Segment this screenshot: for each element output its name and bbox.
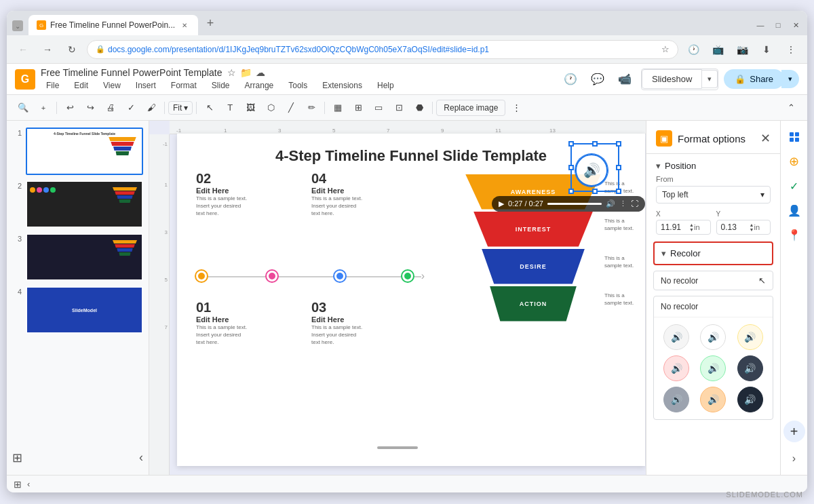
history-icon[interactable]: 🕐 bbox=[684, 40, 703, 59]
camera-icon[interactable]: 📷 bbox=[733, 40, 752, 59]
print-btn[interactable]: 🖨 bbox=[101, 98, 120, 117]
handle-br[interactable] bbox=[616, 189, 621, 194]
slideshow-dropdown-btn[interactable]: ▾ bbox=[702, 70, 718, 88]
y-up-btn[interactable]: ▲ bbox=[750, 222, 754, 227]
table-tool[interactable]: ▦ bbox=[328, 98, 347, 117]
handle-mr[interactable] bbox=[616, 165, 621, 170]
recolor-dropdown[interactable]: No recolor ↖ bbox=[653, 271, 773, 290]
download-icon[interactable]: ⬇ bbox=[757, 40, 776, 59]
menu-extensions[interactable]: Extensions bbox=[319, 79, 365, 92]
y-down-btn[interactable]: ▼ bbox=[750, 227, 754, 232]
zoom-out-btn[interactable]: 🔍 bbox=[14, 98, 33, 117]
handle-tl[interactable] bbox=[568, 141, 574, 147]
menu-help[interactable]: Help bbox=[374, 79, 397, 92]
line-tool[interactable]: ╱ bbox=[282, 98, 301, 117]
x-down-btn[interactable]: ▼ bbox=[689, 227, 694, 232]
slide-preview-1[interactable]: 4-Step Timeline Funnel Slide Template bbox=[26, 128, 143, 175]
audio-expand-icon[interactable]: ⛶ bbox=[631, 199, 638, 208]
grid-view-btn[interactable]: ⊞ bbox=[12, 450, 22, 465]
slide-preview-4[interactable]: SlideModel bbox=[26, 286, 143, 334]
refresh-btn[interactable]: ↻ bbox=[62, 40, 81, 59]
slide-preview-3[interactable] bbox=[26, 233, 143, 281]
layout-tool[interactable]: ⊞ bbox=[349, 98, 368, 117]
slide-thumb-4[interactable]: 4 SlideModel bbox=[12, 286, 143, 334]
menu-tools[interactable]: Tools bbox=[286, 79, 310, 92]
x-input[interactable] bbox=[661, 222, 688, 232]
slideshow-button[interactable]: Slideshow bbox=[642, 69, 702, 89]
slide-preview-2[interactable] bbox=[26, 180, 143, 228]
handle-bl[interactable] bbox=[568, 189, 574, 194]
handle-bm[interactable] bbox=[592, 189, 598, 194]
handle-ml[interactable] bbox=[568, 165, 574, 170]
share-dropdown-btn[interactable]: ▾ bbox=[781, 70, 799, 88]
text-tool[interactable]: T bbox=[220, 98, 239, 117]
prev-slide-btn[interactable]: ‹ bbox=[27, 479, 30, 489]
menu-slide[interactable]: Slide bbox=[209, 79, 233, 92]
menu-icon[interactable]: ⋮ bbox=[781, 40, 800, 59]
recolor-no-recolor-option[interactable]: No recolor bbox=[654, 296, 773, 317]
y-input[interactable] bbox=[721, 222, 748, 232]
menu-view[interactable]: View bbox=[100, 79, 123, 92]
rs-explore-btn[interactable] bbox=[783, 126, 805, 148]
slide-thumb-3[interactable]: 3 bbox=[12, 233, 143, 281]
recolor-item-yellow[interactable]: 🔊 bbox=[735, 324, 766, 350]
rs-notes-btn[interactable]: ⊕ bbox=[783, 151, 805, 172]
rs-add-btn[interactable]: + bbox=[783, 421, 805, 442]
crop-tool[interactable]: ⊡ bbox=[389, 98, 408, 117]
rs-contacts-btn[interactable]: 👤 bbox=[783, 199, 805, 221]
menu-format[interactable]: Format bbox=[168, 79, 199, 92]
zoom-selector[interactable]: Fit ▾ bbox=[168, 101, 193, 115]
undo-btn[interactable]: ↩ bbox=[60, 98, 79, 117]
bg-tool[interactable]: ▭ bbox=[369, 98, 388, 117]
format-close-btn[interactable]: ✕ bbox=[760, 131, 771, 146]
recolor-item-white[interactable]: 🔊 bbox=[697, 324, 729, 350]
select-tool[interactable]: ↖ bbox=[200, 98, 219, 117]
new-tab-btn[interactable]: + bbox=[201, 14, 220, 33]
bookmark-icon[interactable]: ☆ bbox=[661, 44, 670, 54]
recolor-section-header[interactable]: ▾ Recolor bbox=[655, 243, 772, 264]
audio-progress[interactable] bbox=[547, 203, 602, 205]
zoom-plus-btn[interactable]: + bbox=[34, 98, 53, 117]
slide-thumb-2[interactable]: 2 bbox=[12, 180, 143, 228]
address-input[interactable]: 🔒 docs.google.com/presentation/d/1IJKgJe… bbox=[87, 40, 678, 59]
recolor-item-original[interactable]: 🔊 bbox=[661, 324, 692, 350]
minimize-btn[interactable]: — bbox=[754, 19, 767, 31]
paint-format-btn[interactable]: 🖌 bbox=[142, 98, 161, 117]
audio-menu-icon[interactable]: ⋮ bbox=[619, 199, 627, 208]
volume-icon[interactable]: 🔊 bbox=[606, 199, 615, 208]
pen-tool[interactable]: ✏ bbox=[302, 98, 321, 117]
forward-btn[interactable]: → bbox=[38, 40, 57, 59]
share-button[interactable]: 🔒 Share bbox=[724, 69, 784, 89]
position-section-header[interactable]: ▾ Position bbox=[646, 154, 780, 175]
cast-icon[interactable]: 📺 bbox=[708, 40, 727, 59]
mask-tool[interactable]: ⬣ bbox=[410, 98, 429, 117]
spell-check-btn[interactable]: ✓ bbox=[121, 98, 140, 117]
recolor-item-charcoal[interactable]: 🔊 bbox=[735, 387, 766, 412]
tab-collapse-btn[interactable]: ⌄ bbox=[12, 20, 23, 31]
history-btn[interactable]: 🕐 bbox=[560, 69, 581, 90]
recolor-item-green[interactable]: 🔊 bbox=[697, 355, 729, 381]
redo-btn[interactable]: ↪ bbox=[81, 98, 100, 117]
collapse-toolbar-btn[interactable]: ⌃ bbox=[781, 98, 800, 117]
close-btn[interactable]: ✕ bbox=[790, 19, 802, 31]
comments-btn[interactable]: 💬 bbox=[587, 69, 608, 90]
recolor-item-red[interactable]: 🔊 bbox=[661, 355, 692, 381]
audio-icon[interactable]: 🔊 bbox=[575, 154, 608, 187]
meet-btn[interactable]: 📹 bbox=[614, 69, 636, 90]
image-tool[interactable]: 🖼 bbox=[241, 98, 260, 117]
tab-close-btn[interactable]: ✕ bbox=[179, 20, 190, 31]
rs-tasks-btn[interactable]: ✓ bbox=[783, 175, 805, 197]
recolor-item-dark[interactable]: 🔊 bbox=[735, 355, 766, 381]
cloud-icon[interactable]: ☁ bbox=[256, 67, 265, 78]
play-icon[interactable]: ▶ bbox=[499, 199, 504, 208]
maximize-btn[interactable]: □ bbox=[772, 19, 784, 31]
audio-controls[interactable]: ▶ 0:27 / 0:27 🔊 ⋮ ⛶ bbox=[492, 196, 645, 212]
back-btn[interactable]: ← bbox=[14, 40, 33, 59]
recolor-item-orange[interactable]: 🔊 bbox=[697, 387, 729, 412]
handle-tr[interactable] bbox=[616, 141, 621, 147]
slide-thumb-1[interactable]: 1 4-Step Timeline Funnel Slide Template bbox=[12, 128, 143, 175]
rs-expand-btn[interactable]: › bbox=[783, 448, 805, 469]
replace-image-btn[interactable]: Replace image bbox=[436, 100, 505, 116]
menu-insert[interactable]: Insert bbox=[133, 79, 159, 92]
x-up-btn[interactable]: ▲ bbox=[689, 222, 694, 227]
